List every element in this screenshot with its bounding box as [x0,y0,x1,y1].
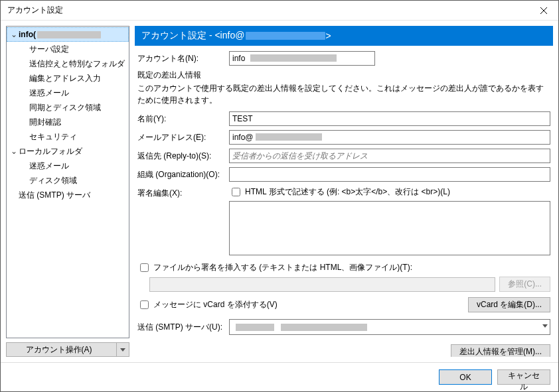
tree-item-copies[interactable]: 送信控えと特別なフォルダ [7,56,129,71]
panel-header: アカウント設定 - <info@ > [135,26,553,46]
manage-row: 差出人情報を管理(M)... [137,344,550,357]
main-panel: アカウント設定 - <info@ > アカウント名(N): 既定の差出人情報 こ… [135,26,553,357]
tree-item-compose[interactable]: 編集とアドレス入力 [7,71,129,86]
masked-text [37,31,101,38]
default-identity-title: 既定の差出人情報 [137,70,550,81]
tree-item-security[interactable]: セキュリティ [7,129,129,144]
dialog-footer: OK キャンセル [1,362,558,391]
row-email: メールアドレス(E): [137,130,550,145]
tree-item-junk[interactable]: 迷惑メール [7,86,129,100]
tree-item-receipts[interactable]: 開封確認 [7,115,129,129]
panel-header-prefix: アカウント設定 - <info@ [141,30,244,42]
tree-smtp[interactable]: 送信 (SMTP) サーバ [7,188,129,202]
tree-local-disk[interactable]: ディスク領域 [7,173,129,188]
close-icon [540,7,547,14]
vcard-option: メッセージに vCard を添付する(V) [137,298,468,311]
sidebar: ⌄ info( サーバ設定 送信控えと特別なフォルダ 編集とアドレス入力 迷惑メ… [6,26,129,357]
window-title: アカウント設定 [7,5,528,16]
tree-account-label: info( [19,30,36,39]
default-identity-desc: このアカウントで使用する既定の差出人情報を設定してください。これはメッセージの差… [137,82,550,106]
account-actions-button[interactable]: アカウント操作(A) [6,342,117,357]
name-label: 名前(Y): [137,113,224,125]
vcard-edit-button[interactable]: vCard を編集(D)... [468,297,550,312]
panel-header-suffix: > [325,31,331,41]
vcard-checkbox[interactable] [140,300,149,309]
row-account-name: アカウント名(N): [137,51,550,66]
account-name-label: アカウント名(N): [137,53,224,64]
email-label: メールアドレス(E): [137,132,224,143]
signature-html-option: HTML 形式で記述する (例: <b>太字</b>、改行は <br>)(L) [229,186,550,198]
smtp-select[interactable] [229,319,550,335]
tree-item-server[interactable]: サーバ設定 [7,42,129,56]
vcard-row: メッセージに vCard を添付する(V) vCard を編集(D)... [137,297,550,312]
ok-button[interactable]: OK [439,369,492,385]
masked-text [246,32,325,40]
row-signature: 署名編集(X): HTML 形式で記述する (例: <b>太字</b>、改行は … [137,186,550,257]
row-smtp: 送信 (SMTP) サーバ(U): [137,319,550,335]
browse-button: 参照(C)... [499,277,550,292]
titlebar: アカウント設定 [1,1,558,21]
tree-account-root[interactable]: ⌄ info( [7,27,129,42]
replyto-label: 返信先 (Reply-to)(S): [137,151,224,162]
file-signature-option: ファイルから署名を挿入する (テキストまたは HTML、画像ファイル)(T): [137,261,550,274]
manage-identities-button[interactable]: 差出人情報を管理(M)... [451,344,550,357]
caret-down-icon [120,348,125,352]
account-tree[interactable]: ⌄ info( サーバ設定 送信控えと特別なフォルダ 編集とアドレス入力 迷惑メ… [6,26,129,338]
form-area: アカウント名(N): 既定の差出人情報 このアカウントで使用する既定の差出人情報… [135,46,553,357]
row-replyto: 返信先 (Reply-to)(S): [137,149,550,163]
account-actions-dropdown[interactable] [116,342,129,357]
vcard-label: メッセージに vCard を添付する(V) [153,299,278,310]
tree-local-root[interactable]: ⌄ ローカルフォルダ [7,144,129,159]
row-name: 名前(Y): [137,111,550,126]
row-org: 組織 (Organization)(O): [137,167,550,182]
tree-local-junk[interactable]: 迷惑メール [7,159,129,173]
caret-down-icon: ⌄ [11,29,19,40]
cancel-button[interactable]: キャンセル [497,369,550,385]
file-signature-path [149,277,495,292]
account-actions: アカウント操作(A) [6,342,129,357]
account-name-input[interactable] [229,51,375,66]
signature-textarea[interactable] [229,201,550,255]
email-input[interactable] [229,130,550,145]
caret-down-icon: ⌄ [11,145,19,157]
file-signature-label: ファイルから署名を挿入する (テキストまたは HTML、画像ファイル)(T): [153,262,412,273]
signature-html-label: HTML 形式で記述する (例: <b>太字</b>、改行は <br>)(L) [245,186,450,198]
signature-label: 署名編集(X): [137,186,224,199]
file-signature-row: 参照(C)... [137,277,550,292]
content-area: ⌄ info( サーバ設定 送信控えと特別なフォルダ 編集とアドレス入力 迷惑メ… [1,21,558,362]
name-input[interactable] [229,111,550,126]
replyto-input[interactable] [229,149,550,163]
signature-html-checkbox[interactable] [232,188,240,196]
smtp-label: 送信 (SMTP) サーバ(U): [137,322,224,333]
close-button[interactable] [528,1,558,21]
org-label: 組織 (Organization)(O): [137,169,224,180]
org-input[interactable] [229,167,550,182]
dialog-window: アカウント設定 ⌄ info( サーバ設定 送信控えと特別なフォルダ 編集とアド… [0,0,559,392]
tree-item-sync[interactable]: 同期とディスク領域 [7,100,129,115]
file-signature-checkbox[interactable] [140,263,149,272]
